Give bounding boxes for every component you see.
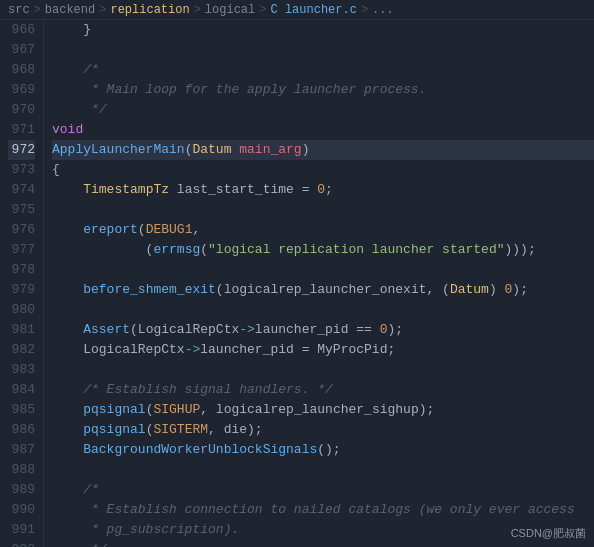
code-line: } [52,20,594,40]
line-number: 987 [8,440,35,460]
line-number: 988 [8,460,35,480]
code-line: (errmsg("logical replication launcher st… [52,240,594,260]
watermark: CSDN@肥叔菌 [511,526,586,541]
breadcrumb-sep-4: > [259,3,266,17]
line-number: 991 [8,520,35,540]
code-line: /* [52,480,594,500]
line-number: 984 [8,380,35,400]
line-number: 982 [8,340,35,360]
line-number: 972 [8,140,35,160]
line-number: 973 [8,160,35,180]
code-line: { [52,160,594,180]
code-line [52,300,594,320]
breadcrumb-replication[interactable]: replication [110,3,189,17]
line-number: 971 [8,120,35,140]
code-line: void [52,120,594,140]
code-line: Assert(LogicalRepCtx->launcher_pid == 0)… [52,320,594,340]
line-number: 977 [8,240,35,260]
line-number: 966 [8,20,35,40]
line-number: 976 [8,220,35,240]
line-number: 992 [8,540,35,547]
code-line: /* [52,60,594,80]
code-line: pqsignal(SIGHUP, logicalrep_launcher_sig… [52,400,594,420]
code-line: before_shmem_exit(logicalrep_launcher_on… [52,280,594,300]
breadcrumb: src > backend > replication > logical > … [0,0,594,20]
code-line: ereport(DEBUG1, [52,220,594,240]
breadcrumb-sep-2: > [99,3,106,17]
code-line [52,460,594,480]
line-number: 968 [8,60,35,80]
code-line: /* Establish signal handlers. */ [52,380,594,400]
code-line [52,360,594,380]
line-number: 969 [8,80,35,100]
line-number: 975 [8,200,35,220]
line-number: 990 [8,500,35,520]
code-line: * Main loop for the apply launcher proce… [52,80,594,100]
breadcrumb-logical[interactable]: logical [205,3,255,17]
line-number: 985 [8,400,35,420]
code-line: TimestampTz last_start_time = 0; [52,180,594,200]
line-number: 978 [8,260,35,280]
breadcrumb-file[interactable]: C launcher.c [270,3,356,17]
code-line: BackgroundWorkerUnblockSignals(); [52,440,594,460]
code-line: */ [52,540,594,547]
line-number: 967 [8,40,35,60]
line-number: 979 [8,280,35,300]
line-number: 970 [8,100,35,120]
breadcrumb-src[interactable]: src [8,3,30,17]
line-numbers: 9669679689699709719729739749759769779789… [0,20,44,547]
code-line: pqsignal(SIGTERM, die); [52,420,594,440]
code-line: */ [52,100,594,120]
breadcrumb-sep-1: > [34,3,41,17]
code-container: 9669679689699709719729739749759769779789… [0,20,594,547]
code-line: LogicalRepCtx->launcher_pid = MyProcPid; [52,340,594,360]
line-number: 983 [8,360,35,380]
code-line [52,40,594,60]
line-number: 980 [8,300,35,320]
breadcrumb-backend[interactable]: backend [45,3,95,17]
breadcrumb-sep-5: > [361,3,368,17]
line-number: 974 [8,180,35,200]
line-number: 989 [8,480,35,500]
code-line: ApplyLauncherMain(Datum main_arg) [52,140,594,160]
breadcrumb-extra: ... [372,3,394,17]
code-line [52,260,594,280]
line-number: 981 [8,320,35,340]
code-line [52,200,594,220]
code-line: * Establish connection to nailed catalog… [52,500,594,520]
code-content[interactable]: } /* * Main loop for the apply launcher … [44,20,594,547]
line-number: 986 [8,420,35,440]
breadcrumb-sep-3: > [194,3,201,17]
